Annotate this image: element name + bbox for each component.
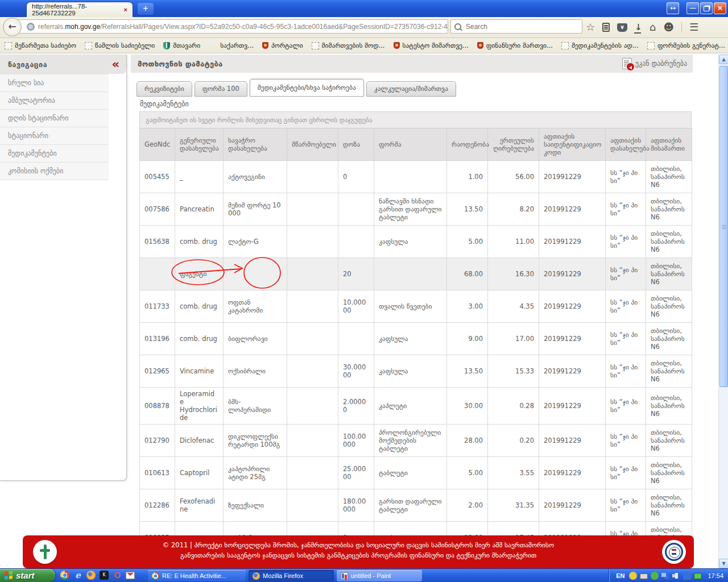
table-row[interactable]: ფაგესტი2068.0016.30201991229სს “ჯი პი სი… <box>140 258 692 290</box>
site-identity-icon[interactable] <box>27 23 35 31</box>
table-cell: თბილისი, სანაპიროს N6 <box>646 226 692 258</box>
column-header[interactable]: მწარმოებელი <box>287 128 338 161</box>
back-button[interactable]: ← <box>3 18 22 36</box>
table-row[interactable]: 012286Fexofenadineზეფექსალი180.00000გარს… <box>140 489 692 522</box>
menu-hamburger-icon[interactable]: ☰ <box>689 22 698 32</box>
collapse-sidebar-icon[interactable]: « <box>111 59 119 70</box>
chrome-icon[interactable] <box>60 571 69 580</box>
column-header[interactable]: გენერიული დასახელება <box>175 128 224 161</box>
firefox-icon[interactable] <box>86 571 96 580</box>
column-header[interactable]: რაოდენობა <box>447 128 488 161</box>
mon-tray-icon[interactable] <box>694 573 702 579</box>
reading-list-icon[interactable] <box>602 23 610 32</box>
ie-icon[interactable]: e <box>73 571 82 580</box>
bookmark-item[interactable]: მედიკამენტების ად... <box>561 41 639 49</box>
page-scrollbar[interactable]: ▲ ▼ <box>718 55 728 568</box>
bookmark-item[interactable]: ფორმების გენერატ... <box>647 41 725 49</box>
dotted-square-icon <box>312 42 319 49</box>
table-row[interactable]: 008878Loperamide Hydrochlorideბმს-ლოპერა… <box>140 388 692 425</box>
bookmark-item[interactable]: საქართვ... <box>217 41 254 49</box>
table-cell: 25.00000 <box>338 457 374 489</box>
search-bar[interactable] <box>450 19 582 34</box>
table-cell: 0.20 <box>488 425 539 457</box>
net-tray-icon[interactable] <box>661 572 669 580</box>
bookmark-star-icon[interactable]: ☆ <box>586 22 595 32</box>
bookmark-item[interactable]: ფინანსური მართვი... <box>477 41 553 49</box>
kmp-icon[interactable]: K <box>100 571 109 580</box>
pocket-icon[interactable]: ∨ <box>617 23 627 32</box>
bookmark-item[interactable]: პორტალი <box>262 41 303 49</box>
opera-icon[interactable]: O <box>113 571 122 580</box>
sidebar-item[interactable]: კომისიის ოქმები <box>0 163 109 180</box>
sidebar-item[interactable]: ამბულატორია <box>0 92 109 110</box>
tab-4[interactable]: კალკულაცია/მიმართვა <box>366 81 456 97</box>
table-row[interactable]: 005455_აქტოვეგინი01.0056.00201991229სს “… <box>140 161 692 193</box>
tab-1[interactable]: რეკვიზიტები <box>136 81 192 97</box>
app-tray-icon[interactable] <box>683 572 691 580</box>
browser-tab-title: http://referrals...78-25d467232229 <box>32 3 124 16</box>
table-row[interactable]: 011733comb. drugოფთან კატახრომი10.00000თ… <box>140 290 692 323</box>
table-cell: თბილისი, სანაპიროს N6 <box>646 258 692 290</box>
scrollbar-thumb[interactable] <box>719 66 728 387</box>
column-header[interactable]: GeoNdc <box>140 128 175 161</box>
bookmark-item[interactable]: წამლის საძიებელი <box>85 41 155 49</box>
table-cell: თვალის წვეთები <box>374 290 447 323</box>
column-header[interactable]: სავაჭრო დასახელება <box>224 128 287 161</box>
taskbar-clock: 17:54 <box>708 572 723 579</box>
window-restore-button[interactable] <box>700 2 713 14</box>
table-cell: თბილისი, სანაპიროს N6 <box>646 161 692 193</box>
search-input[interactable] <box>465 22 578 31</box>
sidebar-item[interactable]: სტაციონარი <box>0 127 109 145</box>
table-cell: comb. drug <box>175 290 224 323</box>
table-row[interactable]: 012965Vincamineოქსიბრალი30.00000კაფსულა1… <box>140 355 692 388</box>
column-header[interactable]: ერთეულის ღირებულება <box>488 128 539 161</box>
bookmark-item[interactable]: სატესტო მიმართვე... <box>394 41 469 49</box>
window-minimize-button[interactable]: — <box>686 2 699 14</box>
table-row[interactable]: 015638comb. drugლაქტო-Gკაფსულა5.0011.002… <box>140 226 692 258</box>
table-row[interactable]: 013196comb. drugბიფლორავიკაფსულა9.0017.0… <box>140 323 692 355</box>
tab-2[interactable]: ფორმა 100 <box>195 81 247 97</box>
column-header[interactable]: აფთიაქის დასახელება <box>606 128 646 161</box>
taskbar-task-button[interactable]: RE: E Health Activitie... <box>148 570 246 581</box>
url-bar[interactable]: referrals.moh.gov.ge/ReferralsHall/Pages… <box>13 19 448 34</box>
table-cell: comb. drug <box>175 323 224 355</box>
dotted-square-icon <box>647 42 655 49</box>
msn-tray-icon[interactable] <box>651 572 659 580</box>
language-indicator[interactable]: EN <box>616 572 624 579</box>
scroll-down-icon[interactable]: ▼ <box>719 559 728 568</box>
hello-chat-icon[interactable]: ☻ <box>663 22 674 32</box>
column-header[interactable]: აფთიაქის საიდენტიფიკაციო კოდი <box>539 128 606 161</box>
tab-3[interactable]: მედიკამენტები/სხვა საჭიროება <box>250 79 364 97</box>
window-resize-icon[interactable]: ↔ <box>667 2 679 14</box>
home-icon[interactable]: ⌂ <box>650 22 656 32</box>
vol-tray-icon[interactable] <box>672 572 680 580</box>
table-cell: 201991229 <box>539 323 606 355</box>
column-header[interactable]: აფთიაქის მისამართი <box>646 128 692 161</box>
sidebar-item[interactable]: მედიკამენტები <box>0 145 109 163</box>
taskbar-task-button[interactable]: Mozilla Firefox <box>249 570 334 581</box>
column-header[interactable]: დოზა <box>338 128 374 161</box>
return-back-link[interactable]: უკან დაბრუნება <box>622 58 687 69</box>
browser-tab[interactable]: http://referrals...78-25d467232229 × <box>26 2 133 17</box>
new-tab-button[interactable]: + <box>138 3 154 15</box>
scroll-up-icon[interactable]: ▲ <box>719 55 728 64</box>
downloads-icon[interactable]: ↓ <box>635 22 642 32</box>
column-header[interactable]: ფორმა <box>374 128 447 161</box>
taskbar-task-button[interactable]: untitled - Paint <box>337 570 422 581</box>
sidebar-item[interactable]: დღის სტაციონარი <box>0 110 109 127</box>
key-tray-icon[interactable] <box>629 572 637 580</box>
bookmark-item[interactable]: მიმართვების მოდ... <box>312 41 385 49</box>
table-row[interactable]: 012790Diclofenacდიკლოფლექსი რეტარდი 100მ… <box>140 425 692 457</box>
bookmark-item[interactable]: მეწარმეთა საძიებო <box>5 41 76 49</box>
printer-tray-icon[interactable] <box>640 573 648 579</box>
table-cell <box>338 226 374 258</box>
sidebar-item[interactable]: სრული სია <box>0 74 109 92</box>
start-button[interactable]: start <box>0 569 55 582</box>
window-close-button[interactable]: × <box>714 2 726 14</box>
mail-icon[interactable] <box>126 572 135 579</box>
table-row[interactable]: 007586Pancreatinმეზიმ ფორტე 10 000ნაწლავ… <box>140 193 692 226</box>
table-row[interactable]: 010613Captoprilკაპტოპრილი ატიდი 25მგ25.0… <box>140 457 692 489</box>
bookmark-item[interactable]: მთავარი <box>163 41 200 49</box>
url-domain: moh.gov.ge <box>65 23 100 31</box>
tab-close-icon[interactable]: × <box>124 6 127 13</box>
